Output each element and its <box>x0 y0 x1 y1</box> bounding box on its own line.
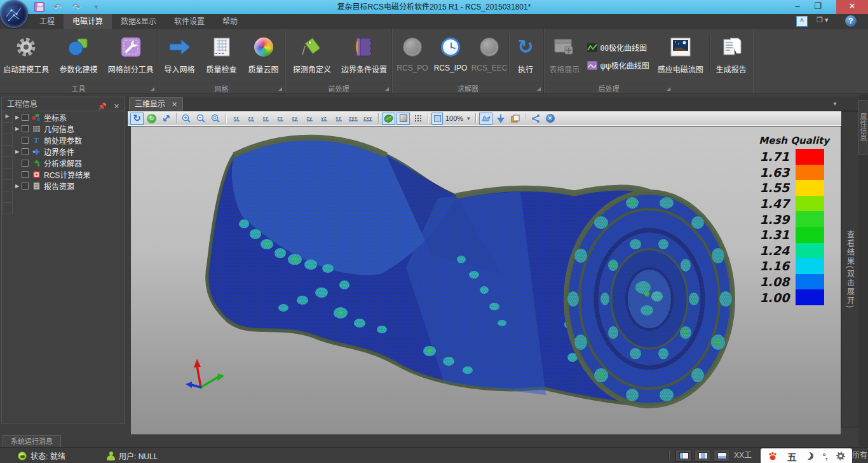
tree-item-7[interactable]: ▶报告资源 <box>2 180 125 191</box>
psi-polar-curve-button[interactable]: ψψ极化曲线图 <box>585 58 652 73</box>
zoom-fit-button[interactable] <box>209 113 222 125</box>
properties-side-tab[interactable]: 属性信息 <box>858 100 867 155</box>
row-margin: ▶ <box>2 111 13 123</box>
tree-item-6[interactable]: RCS计算结果 <box>2 169 125 180</box>
mesh-partition-button[interactable]: 网格剖分工具 <box>105 31 157 82</box>
view-orientation-xz-button-1[interactable]: xz <box>229 113 243 125</box>
item-checkbox[interactable] <box>22 160 29 167</box>
tab-close-icon[interactable]: ✕ <box>172 100 177 108</box>
item-checkbox[interactable] <box>22 137 29 144</box>
region-select-button[interactable] <box>479 113 492 125</box>
boundary-condition-icon <box>31 148 41 156</box>
view-orientation-zy-button-5[interactable]: zy <box>288 113 302 125</box>
ime-fullhalf-moon-icon[interactable] <box>806 452 813 460</box>
view-orientation-zy-button-6[interactable]: zy <box>302 113 316 125</box>
group-expand-icon[interactable] <box>667 87 670 91</box>
points-mode-button[interactable] <box>411 113 424 125</box>
expand-arrow-icon[interactable]: ▶ <box>13 149 22 155</box>
app-logo-icon[interactable] <box>0 0 28 28</box>
layout-left-panel-button[interactable] <box>675 450 692 462</box>
legend-swatch-1 <box>796 165 824 181</box>
system-message-tab[interactable]: 系统运行消息 <box>3 435 61 447</box>
restore-button[interactable]: ❐ <box>808 0 827 14</box>
item-checkbox[interactable] <box>22 171 29 178</box>
view-toolbar: ↻ ↻ xzzxxzzxzyzyyzxzzyxzxy 100% ▼ ✕ <box>128 111 857 126</box>
zoom-level-dropdown-icon[interactable]: ▼ <box>466 116 471 121</box>
tree-item-4[interactable]: ▶边界条件 <box>2 146 125 157</box>
view-orientation-zxy-button-10[interactable]: zxy <box>361 113 375 125</box>
item-checkbox[interactable] <box>22 114 29 121</box>
tab-settings[interactable]: 软件设置 <box>165 14 214 29</box>
results-side-tab[interactable]: 查看结果(双击展开) <box>841 111 859 427</box>
legend-swatch-2 <box>796 180 824 196</box>
generate-report-button[interactable]: 生成报告 <box>710 31 753 82</box>
group-expand-icon[interactable] <box>385 87 389 91</box>
zoom-scale-icon[interactable] <box>431 113 443 125</box>
minimize-button[interactable]: – <box>788 0 807 14</box>
solver-rcs-ipo-button[interactable]: RCS_IPO <box>431 31 470 82</box>
ime-toolbar[interactable]: 五 °, <box>761 448 852 463</box>
expand-arrow-icon[interactable]: ▶ <box>13 183 22 189</box>
flow-share-button[interactable] <box>529 113 542 125</box>
layout-center-panel-button[interactable] <box>695 450 711 462</box>
ime-punctuation-icon[interactable]: °, <box>822 452 827 461</box>
import-mesh-button[interactable]: 导入网格 <box>159 31 201 82</box>
rotate-view-button[interactable]: ↻ <box>130 113 144 125</box>
window-switch-icon[interactable]: ❐ ▾ <box>817 16 833 27</box>
zoom-in-button[interactable] <box>180 113 193 125</box>
tab-em-computation[interactable]: 电磁计算 <box>64 14 112 29</box>
parametric-modeling-button[interactable]: 参数化建模 <box>52 31 104 82</box>
table-display-button[interactable]: 表格展示 <box>545 31 585 82</box>
quality-cloud-button[interactable]: 质量云图 <box>243 31 285 82</box>
3d-viewport[interactable]: Mesh Quality 1.711.631.551.471.391.311.2… <box>131 127 841 434</box>
item-checkbox[interactable] <box>22 183 29 190</box>
ime-settings-gear-icon[interactable] <box>836 452 845 460</box>
tab-data-display[interactable]: 数据&显示 <box>112 14 165 29</box>
view-orientation-zx-button-4[interactable]: zx <box>273 113 287 125</box>
close-button[interactable]: ✕ <box>836 0 868 14</box>
shaded-mode-button[interactable] <box>382 113 395 125</box>
tabbar-overflow-icon[interactable]: ▼ <box>832 101 837 107</box>
item-checkbox[interactable] <box>22 125 29 132</box>
ime-mode-label[interactable]: 五 <box>787 450 797 463</box>
tree-item-5[interactable]: 分析求解器 <box>2 157 125 169</box>
launch-modeling-button[interactable]: 启动建模工具 <box>0 31 52 82</box>
tab-project[interactable]: 工程 <box>31 14 64 29</box>
probe-angle-button[interactable]: 探测角定义 <box>287 31 337 82</box>
execute-button[interactable]: ↻ 执行 <box>509 31 542 82</box>
wireframe-mode-button[interactable] <box>397 113 410 125</box>
ime-paw-icon[interactable] <box>768 452 778 461</box>
group-expand-icon[interactable] <box>151 87 154 91</box>
boundary-settings-button[interactable]: 边界条件设置 <box>337 31 391 82</box>
view-orientation-yz-button-7[interactable]: yz <box>317 113 331 125</box>
view-orientation-zx-button-2[interactable]: zx <box>244 113 258 125</box>
zoom-out-button[interactable] <box>194 113 208 125</box>
layout-bottom-panel-button[interactable] <box>714 450 730 462</box>
solver-rcs-po-button[interactable]: RCS_PO <box>394 31 431 82</box>
close-view-button[interactable]: ✕ <box>543 113 557 125</box>
tree-item-2[interactable]: ▶几何信息 <box>2 123 125 134</box>
logo-network-icon <box>4 4 24 24</box>
theta-polar-curve-button[interactable]: θθ极化曲线图 <box>585 40 652 55</box>
view-orientation-xz-button-3[interactable]: xz <box>259 113 273 125</box>
expand-arrow-icon[interactable]: ▶ <box>13 114 22 120</box>
solver-rcs-eec-button[interactable]: RCS_EEC <box>470 31 508 82</box>
tree-item-1[interactable]: ▶▶坐标系 <box>2 111 125 123</box>
orbit-view-button[interactable]: ↻ <box>145 113 158 125</box>
view-orientation-xz-button-8[interactable]: xz <box>332 113 346 125</box>
tree-item-3[interactable]: T前处理参数 <box>2 134 125 146</box>
ribbon-collapse-icon[interactable]: ^ <box>796 16 808 27</box>
quality-check-button[interactable]: 质量检查 <box>201 31 243 82</box>
expand-arrow-icon[interactable]: ▶ <box>13 126 22 132</box>
copy-view-button[interactable] <box>508 113 522 125</box>
tab-3d-view[interactable]: 三维显示✕ <box>129 97 183 111</box>
help-icon[interactable]: ? <box>845 15 857 27</box>
pan-view-button[interactable] <box>159 113 173 125</box>
view-orientation-zyx-button-9[interactable]: zyx <box>346 113 360 125</box>
group-expand-icon[interactable] <box>537 87 541 91</box>
tab-help[interactable]: 帮助 <box>214 14 247 29</box>
induced-current-map-button[interactable]: 感应电磁流图 <box>652 31 709 82</box>
item-checkbox[interactable] <box>22 148 29 155</box>
group-expand-icon[interactable] <box>278 87 282 91</box>
screenshot-down-button[interactable] <box>494 113 507 125</box>
